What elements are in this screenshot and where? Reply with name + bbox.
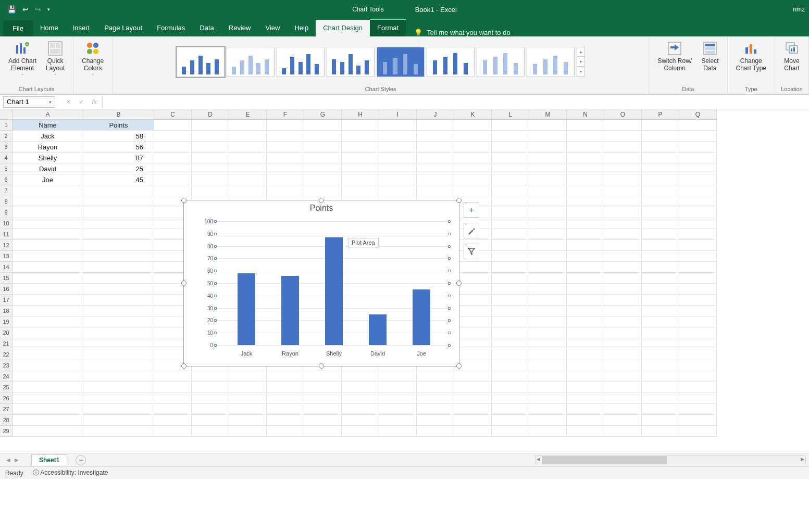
cell[interactable]: [529, 251, 567, 262]
cell[interactable]: [13, 218, 83, 229]
selection-handle[interactable]: [214, 257, 217, 260]
cell[interactable]: [267, 163, 304, 174]
cell[interactable]: [267, 153, 304, 163]
cell[interactable]: [567, 273, 604, 284]
cell[interactable]: [342, 415, 379, 426]
cell[interactable]: [529, 153, 567, 163]
cell[interactable]: [529, 426, 567, 437]
cell[interactable]: [679, 306, 717, 316]
cell[interactable]: [154, 185, 192, 196]
cell[interactable]: [192, 131, 229, 142]
row-header-29[interactable]: 29: [0, 426, 13, 437]
cell[interactable]: [679, 218, 717, 229]
cell[interactable]: [83, 349, 154, 360]
row-header-24[interactable]: 24: [0, 371, 13, 382]
cell[interactable]: [529, 382, 567, 393]
cell[interactable]: [679, 120, 717, 131]
cell[interactable]: [567, 327, 604, 338]
horizontal-scrollbar[interactable]: ◀ ▶: [535, 455, 806, 464]
chart-style-3[interactable]: [277, 47, 325, 77]
tab-page-layout[interactable]: Page Layout: [97, 20, 150, 36]
cell[interactable]: [529, 393, 567, 404]
cell[interactable]: 58: [83, 131, 154, 142]
cell[interactable]: [679, 371, 717, 382]
cell[interactable]: [13, 415, 83, 426]
change-chart-type-button[interactable]: Change Chart Type: [733, 39, 769, 74]
cell[interactable]: [83, 306, 154, 316]
cell[interactable]: [529, 120, 567, 131]
cell[interactable]: [13, 251, 83, 262]
selection-handle[interactable]: [214, 245, 217, 248]
cell[interactable]: [379, 415, 417, 426]
cell[interactable]: [529, 404, 567, 415]
cell[interactable]: [154, 174, 192, 185]
cell[interactable]: [604, 240, 642, 251]
row-header-2[interactable]: 2: [0, 131, 13, 142]
gallery-more-icon[interactable]: ▾: [577, 67, 585, 77]
cell[interactable]: [492, 327, 529, 338]
cell[interactable]: [83, 295, 154, 306]
cell[interactable]: [83, 393, 154, 404]
chart-handle[interactable]: [181, 363, 186, 369]
cell[interactable]: [567, 306, 604, 316]
cell[interactable]: [492, 218, 529, 229]
cell[interactable]: [83, 382, 154, 393]
cell[interactable]: [267, 174, 304, 185]
cell[interactable]: [529, 240, 567, 251]
cell[interactable]: [604, 229, 642, 240]
selection-handle[interactable]: [214, 319, 217, 322]
row-header-7[interactable]: 7: [0, 185, 13, 196]
cell[interactable]: [679, 273, 717, 284]
cell[interactable]: [342, 371, 379, 382]
cell[interactable]: [679, 163, 717, 174]
cell[interactable]: [13, 273, 83, 284]
cell[interactable]: [642, 338, 679, 349]
selection-handle[interactable]: [448, 233, 451, 235]
cell[interactable]: [567, 120, 604, 131]
cell[interactable]: [642, 371, 679, 382]
cell[interactable]: [83, 273, 154, 284]
cell[interactable]: [642, 251, 679, 262]
cell[interactable]: [679, 349, 717, 360]
col-header-M[interactable]: M: [529, 109, 567, 120]
cell[interactable]: [454, 426, 492, 437]
tab-home[interactable]: Home: [33, 20, 66, 36]
cell[interactable]: [417, 142, 454, 153]
cell[interactable]: [304, 185, 342, 196]
cell[interactable]: [454, 306, 492, 316]
cell[interactable]: [567, 393, 604, 404]
cell[interactable]: [679, 142, 717, 153]
cell[interactable]: [492, 240, 529, 251]
cell[interactable]: [13, 229, 83, 240]
cell[interactable]: [529, 142, 567, 153]
cell[interactable]: [567, 229, 604, 240]
cell[interactable]: [13, 360, 83, 371]
cell[interactable]: [492, 404, 529, 415]
cell[interactable]: [267, 131, 304, 142]
cell[interactable]: [83, 196, 154, 207]
cell[interactable]: [13, 349, 83, 360]
col-header-C[interactable]: C: [154, 109, 192, 120]
cell[interactable]: [83, 284, 154, 295]
selection-handle[interactable]: [214, 270, 217, 272]
cell[interactable]: [492, 251, 529, 262]
cell[interactable]: [83, 316, 154, 327]
cell[interactable]: [192, 153, 229, 163]
cell[interactable]: [342, 426, 379, 437]
select-data-button[interactable]: Select Data: [698, 39, 721, 74]
cell[interactable]: [417, 393, 454, 404]
cell[interactable]: [529, 262, 567, 273]
cell[interactable]: [454, 404, 492, 415]
cell[interactable]: [379, 382, 417, 393]
cell[interactable]: [679, 404, 717, 415]
cell[interactable]: [454, 327, 492, 338]
cell[interactable]: [492, 153, 529, 163]
selection-handle[interactable]: [448, 257, 451, 260]
cell[interactable]: [83, 262, 154, 273]
cell[interactable]: [154, 415, 192, 426]
cell[interactable]: [304, 371, 342, 382]
chart-handle[interactable]: [456, 198, 462, 203]
cell[interactable]: [267, 404, 304, 415]
cell[interactable]: [492, 229, 529, 240]
cell[interactable]: [604, 404, 642, 415]
